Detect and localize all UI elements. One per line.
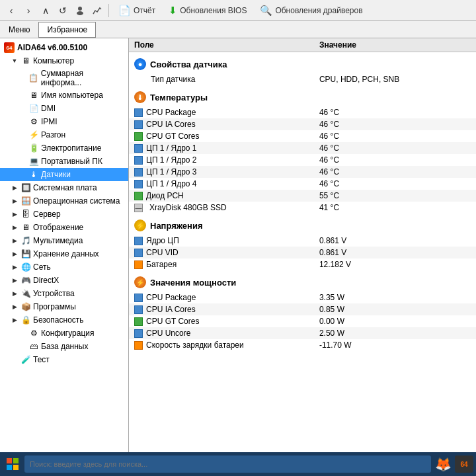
cpu-uncore-power-checkbox[interactable] bbox=[134, 329, 143, 338]
sidebar-item-test[interactable]: 🧪 Тест bbox=[0, 353, 128, 366]
driver-icon: 🔍 bbox=[260, 5, 272, 17]
app-title: 64 AIDA64 v6.00.5100 bbox=[0, 41, 128, 54]
sidebar-item-software[interactable]: ▶ 📦 Программы bbox=[0, 300, 128, 313]
test-icon: 🧪 bbox=[20, 354, 31, 365]
svg-rect-5 bbox=[13, 465, 19, 470]
row-pch-diode-temp: Диод РСН 55 °C bbox=[129, 190, 476, 202]
sidebar-item-motherboard[interactable]: ▶ 🔲 Системная плата bbox=[0, 181, 128, 194]
sidebar-item-label: Программы bbox=[33, 302, 76, 311]
core3-checkbox[interactable] bbox=[134, 168, 143, 177]
leaf-spacer bbox=[19, 131, 26, 139]
core2-checkbox[interactable] bbox=[134, 156, 143, 165]
taskbar-search-input[interactable] bbox=[24, 456, 431, 473]
cpu-package-temp-value: 46 °C bbox=[319, 108, 471, 117]
sidebar-item-computer[interactable]: ▼ 🖥 Компьютер bbox=[0, 54, 128, 67]
sidebar-item-directx[interactable]: ▶ 🎮 DirectX bbox=[0, 274, 128, 287]
cpu-ia-cores-label: CPU IA Cores bbox=[146, 120, 196, 129]
leaf-spacer bbox=[19, 157, 26, 165]
sidebar-item-os[interactable]: ▶ 🪟 Операционная система bbox=[0, 194, 128, 208]
sidebar-item-label: Портативный ПК bbox=[41, 157, 102, 166]
ssd-checkbox[interactable]: — bbox=[134, 204, 143, 212]
core1-checkbox[interactable] bbox=[134, 144, 143, 153]
summary-icon: 📋 bbox=[28, 73, 39, 83]
sidebar-item-ipmi[interactable]: ⚙ IPMI bbox=[0, 115, 128, 128]
row-cpu-core-volt: Ядро ЦП 0.861 V bbox=[129, 235, 476, 247]
leaf-spacer bbox=[19, 144, 26, 152]
sidebar-item-server[interactable]: ▶ 🗄 Сервер bbox=[0, 208, 128, 221]
row-core1-temp: ЦП 1 / Ядро 1 46 °C bbox=[129, 142, 476, 154]
favorites-button[interactable]: Избранное bbox=[38, 22, 96, 38]
sidebar-item-label: Операционная система bbox=[33, 196, 120, 206]
sidebar-item-storage[interactable]: ▶ 💾 Хранение данных bbox=[0, 247, 128, 260]
cpu-vid-checkbox[interactable] bbox=[134, 249, 143, 257]
main-area: 64 AIDA64 v6.00.5100 ▼ 🖥 Компьютер 📋 Сум… bbox=[0, 38, 476, 452]
report-label: Отчёт bbox=[134, 6, 155, 15]
cpu-package-power-checkbox[interactable] bbox=[134, 294, 143, 302]
taskbar-browser-icon[interactable]: 🦊 bbox=[433, 454, 453, 474]
sidebar-item-label: Электропитание bbox=[41, 143, 101, 153]
svg-rect-2 bbox=[7, 458, 12, 463]
sidebar-item-overclock[interactable]: ⚡ Разгон bbox=[0, 128, 128, 141]
expand-icon: ▶ bbox=[11, 210, 19, 218]
display-icon: 🖥 bbox=[20, 222, 31, 233]
sidebar-item-dmi[interactable]: 📄 DMI bbox=[0, 102, 128, 115]
pch-diode-checkbox[interactable] bbox=[134, 192, 143, 200]
battery-checkbox[interactable] bbox=[134, 260, 143, 269]
start-button[interactable] bbox=[3, 454, 22, 474]
nav-profile-button[interactable] bbox=[73, 3, 87, 18]
row-cpu-package-temp: CPU Package 46 °C bbox=[129, 106, 476, 118]
cpu-ia-power-checkbox[interactable] bbox=[134, 305, 143, 314]
cpu-core-volt-value: 0.861 V bbox=[319, 236, 471, 245]
core3-label: ЦП 1 / Ядро 3 bbox=[146, 167, 197, 177]
core4-checkbox[interactable] bbox=[134, 180, 143, 188]
driver-update-label: Обновления драйверов bbox=[275, 6, 362, 15]
sidebar-item-power[interactable]: 🔋 Электропитание bbox=[0, 141, 128, 155]
sidebar-item-summary[interactable]: 📋 Суммарная информа... bbox=[0, 67, 128, 89]
cpu-gt-cores-checkbox[interactable] bbox=[134, 132, 143, 141]
sensor-icon: 🌡 bbox=[28, 169, 39, 180]
sidebar-item-config[interactable]: ⚙ Конфигурация bbox=[0, 327, 128, 340]
report-button[interactable]: 📄 Отчёт bbox=[113, 3, 161, 18]
report-icon: 📄 bbox=[118, 5, 131, 17]
sidebar-item-multimedia[interactable]: ▶ 🎵 Мультимедиа bbox=[0, 234, 128, 247]
cpu-package-power-label: CPU Package bbox=[146, 293, 196, 302]
nav-up-button[interactable]: ∧ bbox=[38, 3, 53, 18]
toolbar: ‹ › ∧ ↺ 📄 Отчёт ⬇ Обновления BIOS 🔍 Обно… bbox=[0, 0, 476, 21]
sidebar-item-db[interactable]: 🗃 База данных bbox=[0, 340, 128, 353]
sidebar-item-laptop[interactable]: 💻 Портативный ПК bbox=[0, 155, 128, 168]
sidebar-item-network[interactable]: ▶ 🌐 Сеть bbox=[0, 260, 128, 274]
sidebar-item-devices[interactable]: ▶ 🔌 Устройства bbox=[0, 287, 128, 300]
sidebar-item-display[interactable]: ▶ 🖥 Отображение bbox=[0, 221, 128, 234]
sidebar-item-label: Суммарная информа... bbox=[41, 69, 126, 87]
multimedia-icon: 🎵 bbox=[20, 235, 31, 246]
field-core3: ЦП 1 / Ядро 3 bbox=[134, 167, 319, 177]
driver-update-button[interactable]: 🔍 Обновления драйверов bbox=[255, 3, 368, 18]
field-cpu-ia-power: CPU IA Cores bbox=[134, 305, 319, 314]
taskbar-aida-icon[interactable]: 64 bbox=[455, 456, 473, 473]
sidebar-item-sensors[interactable]: 🌡 Датчики bbox=[0, 168, 128, 181]
row-core2-temp: ЦП 1 / Ядро 2 46 °C bbox=[129, 154, 476, 166]
nav-forward-button[interactable]: › bbox=[21, 3, 36, 18]
section-sensor-props: ● Свойства датчика bbox=[129, 55, 476, 73]
cpu-package-checkbox[interactable] bbox=[134, 108, 143, 117]
nav-chart-button[interactable] bbox=[90, 3, 104, 18]
cpu-core-volt-checkbox[interactable] bbox=[134, 237, 143, 245]
cpu-gt-power-checkbox[interactable] bbox=[134, 317, 143, 326]
cpu-core-volt-label: Ядро ЦП bbox=[146, 236, 179, 245]
cpu-ia-cores-checkbox[interactable] bbox=[134, 120, 143, 129]
cpu-gt-cores-label: CPU GT Cores bbox=[146, 132, 199, 141]
field-cpu-ia-cores: CPU IA Cores bbox=[134, 120, 319, 129]
sidebar-item-compname[interactable]: 🖥 Имя компьютера bbox=[0, 89, 128, 102]
sidebar-item-security[interactable]: ▶ 🔒 Безопасность bbox=[0, 313, 128, 327]
sidebar-item-label: Разгон bbox=[41, 130, 65, 139]
section-label: Значения мощности bbox=[150, 278, 236, 288]
field-battery-volt: Батарея bbox=[134, 260, 319, 269]
bios-update-button[interactable]: ⬇ Обновления BIOS bbox=[163, 3, 252, 18]
sidebar-item-label: Хранение данных bbox=[33, 249, 99, 258]
section-label: Температуры bbox=[150, 93, 208, 102]
nav-back-button[interactable]: ‹ bbox=[4, 3, 19, 18]
menu-button[interactable]: Меню bbox=[0, 22, 38, 38]
nav-refresh-button[interactable]: ↺ bbox=[56, 3, 70, 18]
battery-charge-checkbox[interactable] bbox=[134, 341, 143, 350]
db-icon: 🗃 bbox=[28, 341, 39, 352]
